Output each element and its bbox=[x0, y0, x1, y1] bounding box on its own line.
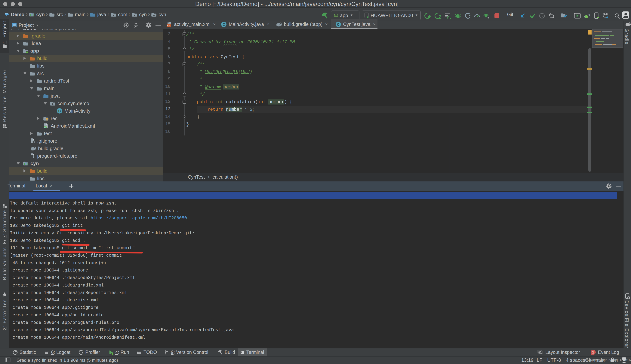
svg-text:C: C bbox=[337, 22, 340, 26]
svg-text:C: C bbox=[58, 109, 61, 113]
svg-text:A: A bbox=[439, 16, 441, 19]
svg-text:C: C bbox=[222, 22, 225, 26]
svg-text:MF: MF bbox=[44, 126, 47, 128]
svg-text:<>: <> bbox=[167, 24, 171, 27]
